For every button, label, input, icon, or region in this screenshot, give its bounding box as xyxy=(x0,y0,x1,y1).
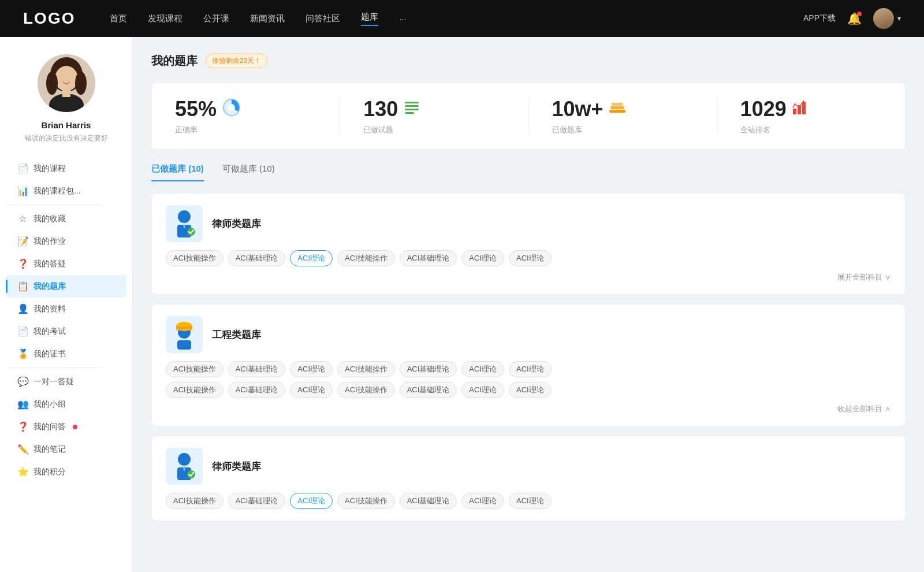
svg-rect-14 xyxy=(610,106,624,109)
nav-qa[interactable]: 问答社区 xyxy=(305,13,340,24)
tag-1-4[interactable]: ACI基础理论 xyxy=(400,250,457,266)
tab-done[interactable]: 已做题库 (10) xyxy=(151,164,204,181)
tag-2-1[interactable]: ACI基础理论 xyxy=(228,361,286,377)
stat-value-rank: 1029 xyxy=(740,97,787,121)
tag-1-1[interactable]: ACI基础理论 xyxy=(228,250,286,266)
qbank-icon-2 xyxy=(166,316,203,353)
sidebar-item-1on1[interactable]: 💬 一对一答疑 xyxy=(6,370,126,393)
sidebar-item-label: 我的考试 xyxy=(33,326,66,337)
sidebar-item-label: 我的题库 xyxy=(33,281,66,292)
notification-bell-icon[interactable]: 🔔 xyxy=(847,12,862,25)
tag-3-6[interactable]: ACI理论 xyxy=(509,493,552,509)
nav-home[interactable]: 首页 xyxy=(110,13,127,24)
tag-2-12[interactable]: ACI理论 xyxy=(461,382,504,398)
expand-link-1[interactable]: 展开全部科目 ∨ xyxy=(166,272,891,283)
stat-top: 55% xyxy=(175,97,241,121)
tag-2-7[interactable]: ACI技能操作 xyxy=(166,382,223,398)
nav-qbank[interactable]: 题库 xyxy=(361,12,378,26)
tag-1-6[interactable]: ACI理论 xyxy=(509,250,552,266)
svg-rect-18 xyxy=(802,102,806,114)
tag-1-5[interactable]: ACI理论 xyxy=(461,250,504,266)
svg-rect-13 xyxy=(612,103,623,106)
sidebar-item-points[interactable]: ⭐ 我的积分 xyxy=(6,460,126,483)
nav-menu: 首页 发现课程 公开课 新闻资讯 问答社区 题库 ··· xyxy=(110,12,803,26)
sidebar-item-profile[interactable]: 👤 我的资料 xyxy=(6,298,126,320)
qbank-card-1: 律师类题库 ACI技能操作 ACI基础理论 ACI理论 ACI技能操作 ACI基… xyxy=(151,193,906,295)
nav-opencourse[interactable]: 公开课 xyxy=(203,13,229,24)
star-icon: ☆ xyxy=(17,213,28,224)
qbank-card-2-header: 工程类题库 xyxy=(166,316,891,353)
sidebar-item-label: 我的笔记 xyxy=(33,444,66,455)
stat-label-banks: 已做题库 xyxy=(552,125,582,135)
pie-chart-icon xyxy=(222,98,241,121)
tag-2-0[interactable]: ACI技能操作 xyxy=(166,361,223,377)
homework-icon: 📝 xyxy=(17,236,28,247)
sidebar-item-qbank[interactable]: 📋 我的题库 xyxy=(6,275,126,298)
sidebar-item-notes[interactable]: ✏️ 我的笔记 xyxy=(6,438,126,460)
svg-point-19 xyxy=(178,210,191,223)
tag-2-8[interactable]: ACI基础理论 xyxy=(228,382,286,398)
main-content: 我的题库 体验剩余23天！ 55% 正确率 xyxy=(133,37,924,572)
stat-value-questions: 130 xyxy=(363,97,398,121)
svg-rect-16 xyxy=(793,109,796,114)
tag-3-0[interactable]: ACI技能操作 xyxy=(166,493,223,509)
tag-2-6[interactable]: ACI理论 xyxy=(509,361,552,377)
tag-3-3[interactable]: ACI技能操作 xyxy=(337,493,395,509)
tag-3-4[interactable]: ACI基础理论 xyxy=(400,493,457,509)
sidebar-item-qa-mine[interactable]: ❓ 我的答疑 xyxy=(6,252,126,275)
nav-discover[interactable]: 发现课程 xyxy=(148,13,182,24)
collapse-link-2[interactable]: 收起全部科目 ∧ xyxy=(166,404,891,414)
qbank-tags-2-row2: ACI技能操作 ACI基础理论 ACI理论 ACI技能操作 ACI基础理论 AC… xyxy=(166,382,891,398)
svg-rect-11 xyxy=(405,109,419,110)
tag-2-2[interactable]: ACI理论 xyxy=(290,361,333,377)
chevron-down-icon: ▾ xyxy=(897,14,901,23)
tag-1-0[interactable]: ACI技能操作 xyxy=(166,250,223,266)
tag-2-3[interactable]: ACI技能操作 xyxy=(337,361,395,377)
nav-news[interactable]: 新闻资讯 xyxy=(250,13,285,24)
tag-2-10[interactable]: ACI技能操作 xyxy=(337,382,395,398)
tag-2-11[interactable]: ACI基础理论 xyxy=(400,382,457,398)
qbank-card-1-header: 律师类题库 xyxy=(166,205,891,242)
stat-value-correct: 55% xyxy=(175,97,217,121)
sidebar-item-mycourse[interactable]: 📄 我的课程 xyxy=(6,157,126,180)
sidebar-item-mypackage[interactable]: 📊 我的课程包... xyxy=(6,180,126,202)
app-download-button[interactable]: APP下载 xyxy=(803,13,836,24)
tag-1-2[interactable]: ACI理论 xyxy=(290,250,333,266)
tag-2-13[interactable]: ACI理论 xyxy=(509,382,552,398)
sidebar-item-favorites[interactable]: ☆ 我的收藏 xyxy=(6,207,126,230)
qbank-title-1: 律师类题库 xyxy=(212,217,261,231)
sidebar-item-exam[interactable]: 📄 我的考试 xyxy=(6,320,126,343)
user-avatar-wrap[interactable]: ▾ xyxy=(873,8,901,29)
tag-1-3[interactable]: ACI技能操作 xyxy=(337,250,395,266)
tag-3-1[interactable]: ACI基础理论 xyxy=(228,493,286,509)
svg-rect-15 xyxy=(609,110,625,113)
svg-rect-24 xyxy=(177,340,191,350)
course-icon: 📄 xyxy=(17,163,28,174)
sidebar-item-homework[interactable]: 📝 我的作业 xyxy=(6,230,126,252)
tag-2-5[interactable]: ACI理论 xyxy=(461,361,504,377)
tab-available[interactable]: 可做题库 (10) xyxy=(222,164,275,181)
package-icon: 📊 xyxy=(17,185,28,196)
qbank-list: 律师类题库 ACI技能操作 ACI基础理论 ACI理论 ACI技能操作 ACI基… xyxy=(151,193,906,521)
page-header: 我的题库 体验剩余23天！ xyxy=(151,53,906,69)
sidebar-item-group[interactable]: 👥 我的小组 xyxy=(6,393,126,415)
sidebar-item-label: 我的小组 xyxy=(33,399,66,410)
notes-icon: ✏️ xyxy=(17,444,28,455)
tag-3-5[interactable]: ACI理论 xyxy=(461,493,504,509)
tag-2-9[interactable]: ACI理论 xyxy=(290,382,333,398)
qbank-tags-3: ACI技能操作 ACI基础理论 ACI理论 ACI技能操作 ACI基础理论 AC… xyxy=(166,493,891,509)
sidebar-item-myqa[interactable]: ❓ 我的问答 xyxy=(6,415,126,438)
nav-more[interactable]: ··· xyxy=(399,14,407,24)
sidebar-divider-1 xyxy=(6,205,102,205)
exam-icon: 📄 xyxy=(17,326,28,337)
qbank-icon: 📋 xyxy=(17,281,28,292)
sidebar-item-label: 我的课程 xyxy=(33,164,66,174)
sidebar-avatar xyxy=(38,54,95,112)
stat-label-rank: 全站排名 xyxy=(740,125,770,135)
tag-2-4[interactable]: ACI基础理论 xyxy=(400,361,457,377)
page-title: 我的题库 xyxy=(151,53,198,69)
sidebar-item-cert[interactable]: 🏅 我的证书 xyxy=(6,343,126,365)
svg-rect-6 xyxy=(62,89,70,97)
tag-3-2[interactable]: ACI理论 xyxy=(290,493,333,509)
stat-top: 1029 xyxy=(740,97,808,121)
